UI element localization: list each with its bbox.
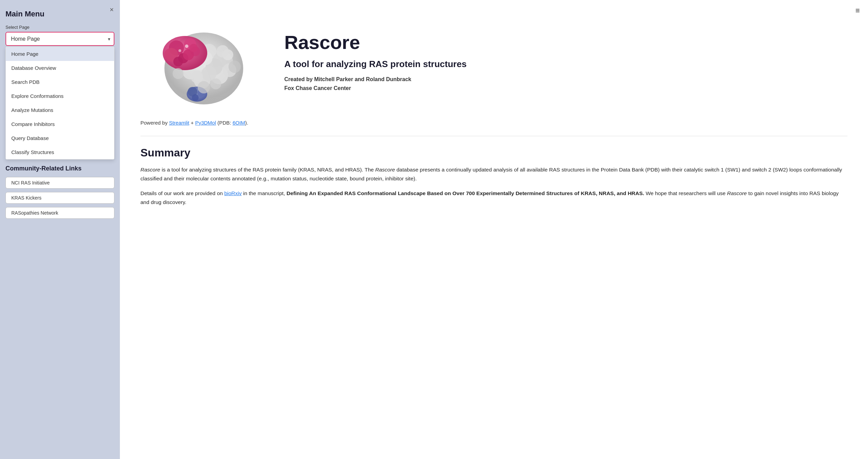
close-button[interactable]: × — [110, 6, 114, 13]
summary-section: Summary Rascore is a tool for analyzing … — [140, 146, 847, 207]
summary-paragraph-2: Details of our work are provided on bioR… — [140, 189, 847, 207]
dropdown-item-database-overview[interactable]: Database Overview — [6, 61, 114, 75]
sidebar-title: Main Menu — [5, 10, 114, 18]
summary-title: Summary — [140, 146, 847, 159]
app-title: Rascore — [284, 32, 847, 53]
dropdown-item-analyze-mutations[interactable]: Analyze Mutations — [6, 103, 114, 117]
hero-section: Rascore A tool for analyzing RAS protein… — [140, 14, 847, 110]
app-subtitle: A tool for analyzing RAS protein structu… — [284, 59, 847, 70]
dropdown-menu: Home Page Database Overview Search PDB E… — [5, 47, 114, 160]
main-content: ≡ — [120, 0, 868, 459]
creator-info: Created by Mitchell Parker and Roland Du… — [284, 76, 847, 82]
dropdown-item-query-database[interactable]: Query Database — [6, 131, 114, 145]
protein-image — [140, 14, 264, 110]
biorxiv-link[interactable]: bioRxiv — [224, 190, 242, 196]
pdb-link[interactable]: 6OIM — [233, 120, 245, 126]
svg-point-35 — [210, 78, 221, 89]
svg-point-33 — [173, 68, 184, 79]
svg-point-26 — [185, 44, 188, 48]
community-links-title: Community-Related Links — [5, 165, 114, 172]
svg-point-32 — [228, 61, 241, 73]
svg-point-27 — [178, 49, 181, 52]
dropdown-item-compare-inhibitors[interactable]: Compare Inhibitors — [6, 117, 114, 131]
page-select-wrapper: Home Page ▾ — [5, 32, 114, 46]
institution-info: Fox Chase Cancer Center — [284, 85, 847, 91]
svg-point-23 — [173, 57, 183, 66]
dropdown-item-explore-conformations[interactable]: Explore Conformations — [6, 89, 114, 103]
page-select[interactable]: Home Page — [5, 32, 114, 46]
svg-point-34 — [198, 81, 210, 93]
hero-text: Rascore A tool for analyzing RAS protein… — [284, 32, 847, 91]
divider — [140, 136, 847, 136]
hamburger-button[interactable]: ≡ — [855, 6, 860, 15]
community-link-rasopathies[interactable]: RASopathies Network — [5, 207, 114, 219]
community-link-nci[interactable]: NCI RAS Initiative — [5, 177, 114, 189]
dropdown-item-search-pdb[interactable]: Search PDB — [6, 75, 114, 89]
select-page-label: Select Page — [5, 25, 114, 30]
community-link-kras[interactable]: KRAS Kickers — [5, 192, 114, 204]
dropdown-item-home[interactable]: Home Page — [6, 47, 114, 61]
svg-point-15 — [216, 45, 229, 58]
svg-point-13 — [191, 71, 203, 83]
py3dmol-link[interactable]: Py3DMol — [195, 120, 216, 126]
streamlit-link[interactable]: Streamlit — [169, 120, 189, 126]
powered-by-text: Powered by Streamlit + Py3DMol (PDB: 6OI… — [140, 120, 847, 126]
dropdown-item-classify-structures[interactable]: Classify Structures — [6, 145, 114, 159]
sidebar: × Main Menu Select Page Home Page ▾ Home… — [0, 0, 120, 459]
svg-point-25 — [189, 44, 198, 52]
svg-point-31 — [192, 94, 199, 101]
summary-paragraph-1: Rascore is a tool for analyzing structur… — [140, 165, 847, 183]
